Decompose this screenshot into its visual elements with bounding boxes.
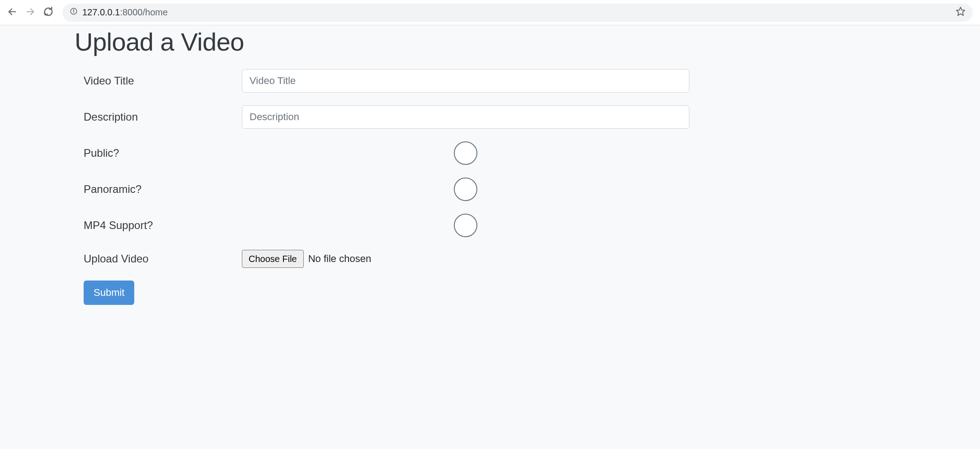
label-panoramic: Panoramic? (84, 183, 242, 196)
url-port-path: :8000/home (120, 7, 168, 17)
row-panoramic: Panoramic? (75, 178, 689, 201)
svg-marker-5 (956, 7, 965, 15)
row-public: Public? (75, 141, 689, 165)
forward-icon[interactable] (25, 7, 35, 19)
bookmark-star-icon[interactable] (956, 6, 966, 19)
page-title: Upload a Video (75, 27, 689, 56)
choose-file-button[interactable]: Choose File (242, 250, 304, 268)
reload-icon[interactable] (43, 7, 53, 19)
browser-toolbar: 127.0.0.1:8000/home (0, 0, 980, 25)
public-radio[interactable] (454, 141, 477, 165)
label-description: Description (84, 111, 242, 123)
panoramic-radio[interactable] (454, 178, 477, 201)
row-mp4-support: MP4 Support? (75, 214, 689, 237)
file-chosen-status: No file chosen (308, 253, 371, 265)
label-public: Public? (84, 147, 242, 159)
submit-button[interactable]: Submit (84, 281, 134, 305)
url-text: 127.0.0.1:8000/home (82, 7, 168, 18)
description-input[interactable] (242, 105, 689, 129)
label-video-title: Video Title (84, 75, 242, 87)
mp4-support-radio[interactable] (454, 214, 477, 237)
row-submit: Submit (75, 281, 689, 305)
label-mp4-support: MP4 Support? (84, 219, 242, 232)
row-video-title: Video Title (75, 69, 689, 93)
video-title-input[interactable] (242, 69, 689, 93)
page-body: Upload a Video Video Title Description P… (0, 25, 980, 305)
url-host: 127.0.0.1 (82, 7, 120, 17)
svg-point-4 (73, 9, 74, 10)
address-bar[interactable]: 127.0.0.1:8000/home (62, 4, 973, 22)
row-upload-video: Upload Video Choose File No file chosen (75, 250, 689, 268)
nav-icon-group (7, 7, 53, 19)
site-info-icon[interactable] (70, 7, 78, 18)
row-description: Description (75, 105, 689, 129)
label-upload-video: Upload Video (84, 253, 242, 265)
back-icon[interactable] (7, 7, 17, 19)
